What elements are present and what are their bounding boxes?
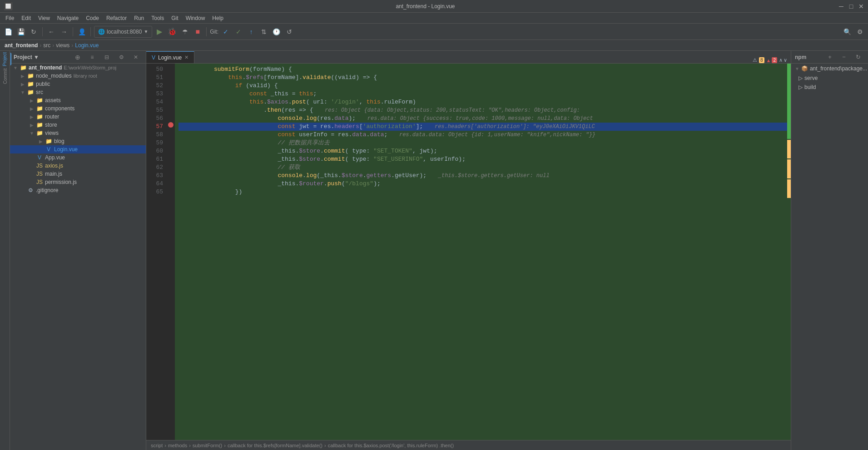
- git-update[interactable]: ✓: [220, 26, 231, 37]
- toolbar-new[interactable]: 📄: [3, 26, 14, 37]
- sidebar-add[interactable]: ⊕: [71, 51, 84, 64]
- sidebar-expand[interactable]: ≡: [86, 51, 99, 64]
- menu-help[interactable]: Help: [208, 14, 227, 22]
- menu-edit[interactable]: Edit: [18, 14, 35, 22]
- menu-tools[interactable]: Tools: [148, 14, 168, 22]
- tab-close-button[interactable]: ✕: [184, 54, 188, 60]
- tree-item-axios[interactable]: JS axios.js: [10, 162, 146, 170]
- search-everywhere[interactable]: 🔍: [842, 26, 853, 37]
- tree-item-components[interactable]: ▶ 📁 components: [10, 104, 146, 113]
- menu-refactor[interactable]: Refactor: [103, 14, 130, 22]
- activity-project[interactable]: Project: [0, 53, 11, 65]
- git-commit[interactable]: ✓: [233, 26, 244, 37]
- tree-item-nodemodules[interactable]: ▶ 📁 node_modules library root: [10, 72, 146, 80]
- npm-refresh[interactable]: ↻: [852, 51, 864, 64]
- toolbar-vcs[interactable]: 👤: [76, 26, 87, 37]
- menu-file[interactable]: File: [2, 14, 18, 22]
- breadcrumb-src[interactable]: src: [43, 42, 50, 49]
- cb-methods[interactable]: methods: [168, 443, 187, 448]
- menu-window[interactable]: Window: [182, 14, 209, 22]
- toolbar-separator-3: [90, 27, 91, 36]
- toolbar-forward[interactable]: →: [59, 26, 69, 37]
- code-line-50: submitForm(formName) {: [179, 65, 791, 74]
- run-coverage[interactable]: ☂: [179, 26, 190, 37]
- tree-item-permissionjs[interactable]: JS permission.js: [10, 178, 146, 186]
- menu-run[interactable]: Run: [130, 14, 148, 22]
- git-revert[interactable]: ↺: [284, 26, 295, 37]
- menu-navigate[interactable]: Navigate: [54, 14, 82, 22]
- tree-label-assets: assets: [45, 97, 61, 104]
- tree-item-root[interactable]: ▼ 📁 ant_frontend E:\work\WebStorm_proj: [10, 64, 146, 72]
- breadcrumb-views[interactable]: views: [56, 42, 69, 49]
- close-button[interactable]: ✕: [858, 3, 864, 10]
- sidebar-settings[interactable]: ⚙: [115, 51, 128, 64]
- tree-item-store[interactable]: ▶ 📁 store: [10, 121, 146, 129]
- maximize-button[interactable]: □: [848, 3, 854, 10]
- toolbar-back[interactable]: ←: [46, 26, 57, 37]
- code-line-61: _this.$store.commit( type: "SET_USERINFO…: [179, 155, 791, 163]
- git-history[interactable]: 🕐: [271, 26, 282, 37]
- run-button[interactable]: ▶: [154, 26, 165, 37]
- sidebar-close[interactable]: ✕: [129, 51, 142, 64]
- tree-item-mainjs[interactable]: JS main.js: [10, 170, 146, 178]
- tree-arrow-blog: ▶: [37, 139, 45, 144]
- tree-item-router[interactable]: ▶ 📁 router: [10, 113, 146, 121]
- npm-add[interactable]: +: [823, 51, 836, 64]
- cb-callback2[interactable]: callback for this.$axios.post('/login', …: [328, 443, 454, 448]
- cb-callback1[interactable]: callback for this.$refs[formName].valida…: [228, 443, 322, 448]
- npm-minus[interactable]: −: [838, 51, 850, 64]
- breakpoint-dot: [168, 122, 174, 128]
- tree-label-store: store: [45, 122, 57, 128]
- tree-label-src: src: [36, 89, 43, 95]
- code-64: _this.: [179, 180, 299, 188]
- error-icon: ▲: [766, 58, 771, 63]
- warning-icon: ⚠: [753, 57, 757, 63]
- menu-code[interactable]: Code: [82, 14, 103, 22]
- minimize-button[interactable]: ─: [838, 3, 844, 10]
- cb-script[interactable]: script: [151, 443, 163, 448]
- tree-item-blog[interactable]: ▶ 📁 blog: [10, 137, 146, 145]
- breadcrumb-sep-2: ›: [52, 42, 54, 49]
- tree-item-assets[interactable]: ▶ 📁 assets: [10, 96, 146, 104]
- git-push[interactable]: ↑: [246, 26, 257, 37]
- npm-root-label[interactable]: ant_frontend\package...: [810, 65, 867, 72]
- breadcrumb-file[interactable]: Login.vue: [75, 42, 99, 49]
- tree-item-gitignore[interactable]: ⚙ .gitignore: [10, 186, 146, 194]
- sidebar-collapse[interactable]: ⊟: [100, 51, 113, 64]
- activity-commit[interactable]: Commit: [0, 70, 11, 83]
- toolbar-save[interactable]: 💾: [15, 26, 26, 37]
- cb-submitform[interactable]: submitForm(): [193, 443, 222, 448]
- tree-item-loginvue[interactable]: V Login.vue: [10, 145, 146, 153]
- tree-arrow-store: ▶: [28, 123, 35, 128]
- tree-label-nodemodules: node_modules: [36, 73, 72, 79]
- toolbar-refresh[interactable]: ↻: [28, 26, 39, 37]
- gutter-62: [167, 162, 175, 170]
- npm-build[interactable]: ▷ build: [791, 83, 868, 92]
- tree-item-public[interactable]: ▶ 📁 public: [10, 80, 146, 88]
- git-fetch[interactable]: ⇅: [258, 26, 269, 37]
- line-num-52: 52: [146, 82, 163, 90]
- expand-icon[interactable]: ∧: [779, 57, 783, 63]
- line-num-59: 59: [146, 139, 163, 147]
- gutter-57-bp: [167, 121, 175, 129]
- menu-git[interactable]: Git: [168, 14, 182, 22]
- npm-serve[interactable]: ▷ serve: [791, 74, 868, 83]
- toolbar: 📄 💾 ↻ ← → 👤 🌐 localhost:8080 ▼ ▶ 🐞 ☂ ■ G…: [0, 24, 868, 40]
- breadcrumb-root[interactable]: ant_frontend: [5, 42, 38, 49]
- menu-view[interactable]: View: [35, 14, 54, 22]
- tree-label-public: public: [36, 81, 50, 87]
- tree-item-appvue[interactable]: V App.vue: [10, 153, 146, 162]
- stop-button[interactable]: ■: [192, 26, 203, 37]
- code-kw-53: const: [179, 90, 267, 98]
- debug-button[interactable]: 🐞: [167, 26, 178, 37]
- chevron-down-icon: ▼: [144, 29, 148, 34]
- code-56: [179, 114, 278, 123]
- settings[interactable]: ⚙: [854, 26, 865, 37]
- run-config-dropdown[interactable]: 🌐 localhost:8080 ▼: [94, 26, 152, 38]
- collapse-icon[interactable]: ∨: [784, 57, 787, 63]
- toolbar-separator-2: [73, 27, 73, 36]
- tab-loginvue[interactable]: V Login.vue ✕: [146, 51, 194, 63]
- tree-item-views[interactable]: ▼ 📁 views: [10, 129, 146, 137]
- code-63: [179, 172, 278, 180]
- tree-item-src[interactable]: ▼ 📁 src: [10, 88, 146, 96]
